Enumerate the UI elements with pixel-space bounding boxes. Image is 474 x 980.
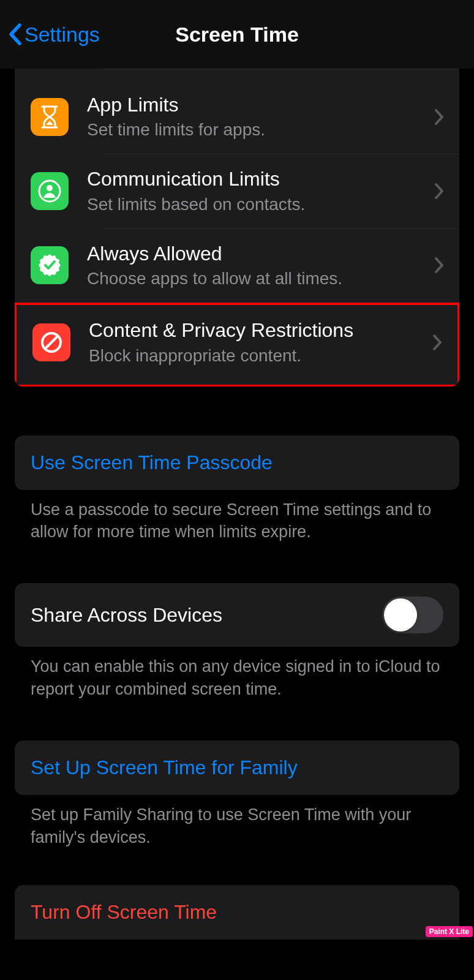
row-subtitle: Choose apps to allow at all times. (87, 268, 427, 289)
back-button[interactable]: Settings (7, 23, 100, 47)
row-use-passcode[interactable]: Use Screen Time Passcode (15, 435, 459, 490)
no-entry-icon (32, 323, 70, 361)
share-label: Share Across Devices (31, 604, 222, 627)
row-title: Content & Privacy Restrictions (89, 318, 426, 342)
page-title: Screen Time (175, 23, 299, 47)
footer-share: You can enable this on any device signed… (0, 647, 474, 700)
watermark-badge: Paint X Lite (426, 926, 473, 937)
chevron-left-icon (7, 23, 22, 46)
chevron-right-icon (434, 182, 445, 200)
hourglass-icon (31, 98, 69, 136)
row-title: App Limits (87, 93, 427, 116)
row-app-limits[interactable]: App Limits Set time limits for apps. (15, 69, 459, 154)
back-label: Settings (24, 23, 100, 47)
row-setup-family[interactable]: Set Up Screen Time for Family (15, 741, 459, 795)
badge-check-icon (31, 246, 69, 284)
link-label: Use Screen Time Passcode (31, 451, 273, 474)
svg-point-1 (47, 185, 53, 191)
row-subtitle: Set time limits for apps. (87, 119, 427, 140)
row-title: Communication Limits (87, 167, 427, 190)
link-label: Set Up Screen Time for Family (31, 756, 298, 779)
row-content-privacy[interactable]: Content & Privacy Restrictions Block ina… (17, 305, 457, 384)
footer-passcode: Use a passcode to secure Screen Time set… (0, 490, 474, 543)
row-subtitle: Block inappropriate content. (89, 345, 426, 366)
row-always-allowed[interactable]: Always Allowed Choose apps to allow at a… (15, 228, 459, 303)
chevron-right-icon (434, 256, 445, 274)
contact-icon (31, 172, 69, 210)
row-title: Always Allowed (87, 242, 427, 265)
row-subtitle: Set limits based on contacts. (87, 194, 427, 215)
row-turn-off[interactable]: Turn Off Screen Time (15, 885, 459, 940)
danger-label: Turn Off Screen Time (31, 901, 217, 924)
chevron-right-icon (432, 333, 443, 352)
highlight-annotation: Content & Privacy Restrictions Block ina… (15, 303, 459, 386)
options-section: App Limits Set time limits for apps. Com… (15, 69, 459, 386)
row-text: Always Allowed Choose apps to allow at a… (87, 242, 427, 289)
row-text: Content & Privacy Restrictions Block ina… (89, 318, 426, 366)
row-share-across-devices: Share Across Devices (15, 583, 459, 647)
row-communication-limits[interactable]: Communication Limits Set limits based on… (15, 154, 459, 228)
chevron-right-icon (434, 108, 445, 126)
svg-line-3 (45, 336, 58, 349)
share-toggle[interactable] (382, 597, 443, 633)
row-text: Communication Limits Set limits based on… (87, 167, 427, 214)
toggle-knob (384, 598, 417, 631)
row-text: App Limits Set time limits for apps. (87, 93, 427, 140)
footer-family: Set up Family Sharing to use Screen Time… (0, 795, 474, 848)
nav-bar: Settings Screen Time (0, 0, 474, 69)
